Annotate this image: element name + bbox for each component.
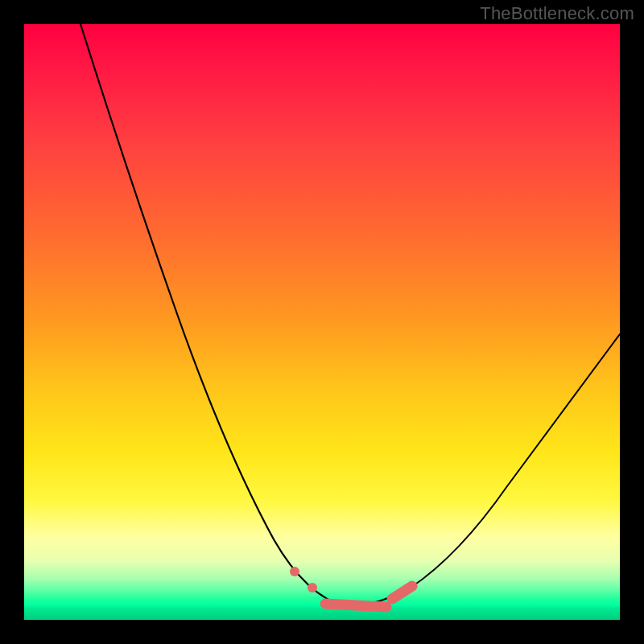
- plot-area: [24, 24, 620, 620]
- watermark-text: TheBottleneck.com: [480, 3, 634, 24]
- chart-stage: TheBottleneck.com: [0, 0, 644, 644]
- heat-gradient: [24, 24, 620, 620]
